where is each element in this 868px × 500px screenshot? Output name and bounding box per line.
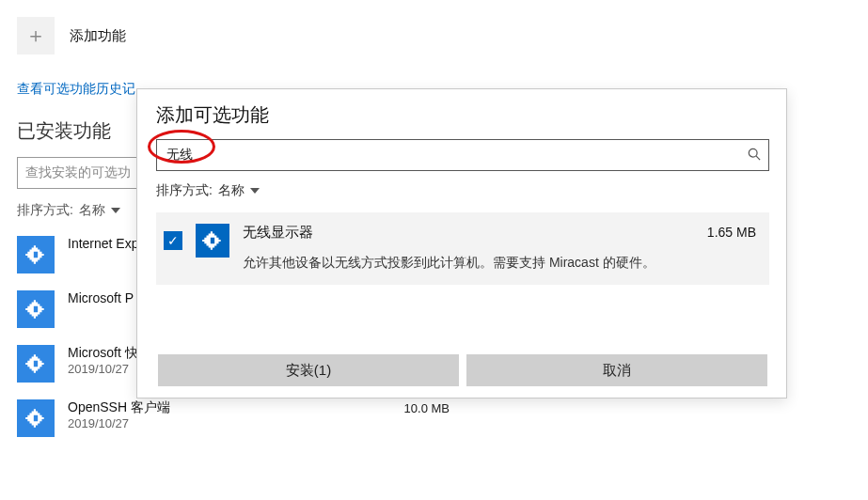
feature-icon [17, 290, 55, 328]
feature-name: OpenSSH 客户端 [68, 399, 450, 416]
dialog-search-field[interactable] [165, 147, 748, 164]
result-description: 允许其他设备以无线方式投影到此计算机。需要支持 Miracast 的硬件。 [243, 255, 756, 272]
dialog-title: 添加可选功能 [156, 102, 769, 128]
plus-icon: ＋ [17, 17, 55, 55]
feature-icon [17, 345, 55, 383]
dialog-button-row: 安装(1) 取消 [156, 354, 769, 386]
feature-icon [196, 224, 229, 258]
sort-value: 名称 [218, 182, 245, 199]
result-name: 无线显示器 [243, 224, 313, 242]
result-size: 1.65 MB [707, 225, 756, 240]
cancel-button[interactable]: 取消 [466, 354, 767, 386]
svg-line-1 [756, 156, 760, 160]
search-placeholder: 查找安装的可选功 [25, 164, 131, 181]
add-feature-label: 添加功能 [70, 27, 126, 45]
feature-size: 10.0 MB [404, 401, 450, 415]
checkbox-checked[interactable]: ✓ [164, 231, 182, 250]
chevron-down-icon [250, 188, 260, 194]
feature-icon [17, 236, 55, 273]
sort-label: 排序方式: [156, 182, 213, 199]
feature-date: 2019/10/27 [68, 416, 450, 430]
dialog-sort-dropdown[interactable]: 排序方式: 名称 [156, 182, 769, 199]
feature-icon [17, 399, 55, 437]
sort-value: 名称 [79, 202, 105, 219]
install-button[interactable]: 安装(1) [158, 354, 459, 386]
svg-point-0 [749, 148, 757, 157]
sort-label: 排序方式: [17, 202, 73, 219]
search-icon [748, 148, 761, 164]
dialog-search-input[interactable] [156, 139, 769, 171]
chevron-down-icon [111, 208, 120, 213]
feature-result-item[interactable]: ✓ 无线显示器 1.65 MB 允许其他设备以无线方式投影到此计算机。需要支持 … [156, 212, 769, 285]
add-feature-button[interactable]: ＋ 添加功能 [17, 17, 851, 55]
add-optional-feature-dialog: 添加可选功能 排序方式: 名称 ✓ 无线显示器 1.65 MB 允许其他设备以无… [136, 88, 787, 398]
installed-feature-item[interactable]: OpenSSH 客户端 2019/10/27 10.0 MB [17, 399, 450, 437]
